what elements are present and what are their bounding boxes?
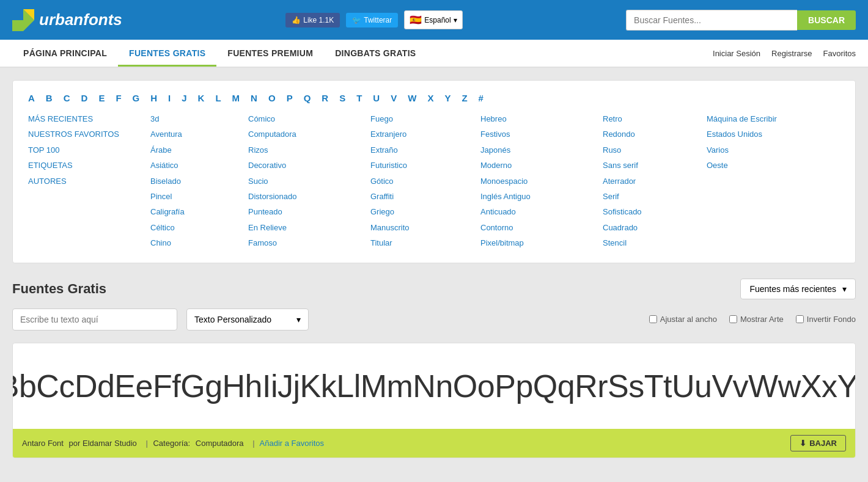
cat-link-cuadrado[interactable]: Cuadrado xyxy=(603,221,707,235)
alpha-link-u[interactable]: U xyxy=(373,93,380,103)
alpha-link-g[interactable]: G xyxy=(133,93,140,103)
nav-item-fuentes-gratis[interactable]: FUENTES GRATIS xyxy=(118,40,216,67)
cat-link-retro[interactable]: Retro xyxy=(603,112,707,126)
alpha-link-l[interactable]: L xyxy=(215,93,221,103)
cat-link-comico[interactable]: Cómico xyxy=(248,112,370,126)
alpha-link-q[interactable]: Q xyxy=(304,93,311,103)
cat-link-arabe[interactable]: Árabe xyxy=(150,143,248,157)
like-button[interactable]: 👍 Like 1.1K xyxy=(285,13,340,27)
cat-link-caligrafia[interactable]: Caligrafía xyxy=(150,205,248,219)
alpha-link-v[interactable]: V xyxy=(391,93,397,103)
search-input[interactable] xyxy=(626,10,797,31)
cat-link-computadora[interactable]: Computadora xyxy=(248,127,370,141)
cat-link-sans-serif[interactable]: Sans serif xyxy=(603,158,707,172)
cat-link-en-relieve[interactable]: En Relieve xyxy=(248,221,370,235)
cat-link-titular[interactable]: Titular xyxy=(370,236,480,250)
alpha-link-o[interactable]: O xyxy=(268,93,276,103)
cat-link-top100[interactable]: TOP 100 xyxy=(28,143,150,157)
ajustar-ancho-label[interactable]: Ajustar al ancho xyxy=(649,315,717,324)
alpha-link-s[interactable]: S xyxy=(339,93,345,103)
cat-link-ruso[interactable]: Ruso xyxy=(603,143,707,157)
alpha-link-#[interactable]: # xyxy=(479,93,484,103)
cat-link-graffiti[interactable]: Graffiti xyxy=(370,189,480,203)
cat-link-aterrador[interactable]: Aterrador xyxy=(603,174,707,188)
tweet-button[interactable]: 🐦 Twitterar xyxy=(346,13,398,27)
cat-link-manuscrito[interactable]: Manuscrito xyxy=(370,221,480,235)
cat-link-asiatico[interactable]: Asiático xyxy=(150,158,248,172)
nav-item-fuentes-premium[interactable]: FUENTES PREMIUM xyxy=(216,40,324,67)
cat-link-punteado[interactable]: Punteado xyxy=(248,205,370,219)
download-button[interactable]: ⬇ BAJAR xyxy=(790,435,846,451)
alpha-link-n[interactable]: N xyxy=(251,93,257,103)
cat-link-pincel[interactable]: Pincel xyxy=(150,189,248,203)
ajustar-ancho-checkbox[interactable] xyxy=(649,315,657,323)
alpha-link-y[interactable]: Y xyxy=(444,93,451,103)
cat-link-estados-unidos[interactable]: Estados Unidos xyxy=(707,127,829,141)
alpha-link-i[interactable]: I xyxy=(168,93,171,103)
cat-link-sucio[interactable]: Sucio xyxy=(248,174,370,188)
cat-link-griego[interactable]: Griego xyxy=(370,205,480,219)
alpha-link-z[interactable]: Z xyxy=(462,93,467,103)
nav-link-favoritos[interactable]: Favoritos xyxy=(823,49,856,58)
cat-link-decorativo[interactable]: Decorativo xyxy=(248,158,370,172)
cat-link-nuestros-favoritos[interactable]: NUESTROS FAVORITOS xyxy=(28,127,150,141)
alpha-link-r[interactable]: R xyxy=(322,93,328,103)
cat-link-festivos[interactable]: Festivos xyxy=(480,127,603,141)
cat-link-monoespacio[interactable]: Monoespacio xyxy=(480,174,603,188)
cat-link-famoso[interactable]: Famoso xyxy=(248,236,370,250)
cat-link-moderno[interactable]: Moderno xyxy=(480,158,603,172)
nav-item-dingbats-gratis[interactable]: DINGBATS GRATIS xyxy=(324,40,427,67)
nav-link-iniciar-sesion[interactable]: Iniciar Sesión xyxy=(713,49,760,58)
add-to-favorites-link[interactable]: Añadir a Favoritos xyxy=(260,439,325,448)
alpha-link-t[interactable]: T xyxy=(356,93,362,103)
cat-link-varios[interactable]: Varios xyxy=(707,143,829,157)
nav-link-registrarse[interactable]: Registrarse xyxy=(771,49,812,58)
cat-link-futuristico[interactable]: Futuristico xyxy=(370,158,480,172)
cat-link-biselado[interactable]: Biselado xyxy=(150,174,248,188)
invertir-fondo-label[interactable]: Invertir Fondo xyxy=(796,315,856,324)
cat-link-redondo[interactable]: Redondo xyxy=(603,127,707,141)
cat-link-oeste[interactable]: Oeste xyxy=(707,158,829,172)
cat-link-aventura[interactable]: Aventura xyxy=(150,127,248,141)
alpha-link-m[interactable]: M xyxy=(232,93,240,103)
cat-link-hebreo[interactable]: Hebreo xyxy=(480,112,603,126)
nav-item-pagina-principal[interactable]: PÁGINA PRINCIPAL xyxy=(12,40,118,67)
alpha-link-h[interactable]: H xyxy=(150,93,157,103)
cat-link-chino[interactable]: Chino xyxy=(150,236,248,250)
sort-dropdown[interactable]: Fuentes más recientes ▾ xyxy=(740,279,856,299)
alpha-link-f[interactable]: F xyxy=(116,93,121,103)
cat-link-gotico[interactable]: Gótico xyxy=(370,174,480,188)
alpha-link-e[interactable]: E xyxy=(98,93,105,103)
alpha-link-x[interactable]: X xyxy=(427,93,433,103)
cat-link-pixel-bitmap[interactable]: Pixel/bitmap xyxy=(480,236,603,250)
cat-link-japones[interactable]: Japonés xyxy=(480,143,603,157)
cat-link-maquina-escribir[interactable]: Máquina de Escribir xyxy=(707,112,829,126)
cat-link-stencil[interactable]: Stencil xyxy=(603,236,707,250)
alpha-link-p[interactable]: P xyxy=(287,93,293,103)
alpha-link-a[interactable]: A xyxy=(28,93,35,103)
cat-link-celtico[interactable]: Céltico xyxy=(150,221,248,235)
cat-link-contorno[interactable]: Contorno xyxy=(480,221,603,235)
mostrar-arte-checkbox[interactable] xyxy=(729,315,737,323)
style-select[interactable]: Texto Personalizado ▾ xyxy=(186,309,309,330)
alpha-link-j[interactable]: J xyxy=(182,93,186,103)
alpha-link-k[interactable]: K xyxy=(198,93,205,103)
cat-link-extranjero[interactable]: Extranjero xyxy=(370,127,480,141)
alpha-link-d[interactable]: D xyxy=(81,93,88,103)
cat-link-etiquetas[interactable]: ETIQUETAS xyxy=(28,158,150,172)
alpha-link-b[interactable]: B xyxy=(46,93,53,103)
language-button[interactable]: 🇪🇸 Español ▾ xyxy=(404,10,462,29)
cat-link-extrano[interactable]: Extraño xyxy=(370,143,480,157)
alpha-link-c[interactable]: C xyxy=(64,93,70,103)
search-button[interactable]: BUSCAR xyxy=(797,10,856,30)
font-preview-input[interactable] xyxy=(12,309,177,330)
cat-link-distorsionado[interactable]: Distorsionado xyxy=(248,189,370,203)
cat-link-fuego[interactable]: Fuego xyxy=(370,112,480,126)
cat-link-sofisticado[interactable]: Sofisticado xyxy=(603,205,707,219)
cat-link-3d[interactable]: 3d xyxy=(150,112,248,126)
cat-link-anticuado[interactable]: Anticuado xyxy=(480,205,603,219)
cat-link-serif[interactable]: Serif xyxy=(603,189,707,203)
cat-link-ingles-antiguo[interactable]: Inglés Antiguo xyxy=(480,189,603,203)
cat-link-rizos[interactable]: Rizos xyxy=(248,143,370,157)
mostrar-arte-label[interactable]: Mostrar Arte xyxy=(729,315,784,324)
